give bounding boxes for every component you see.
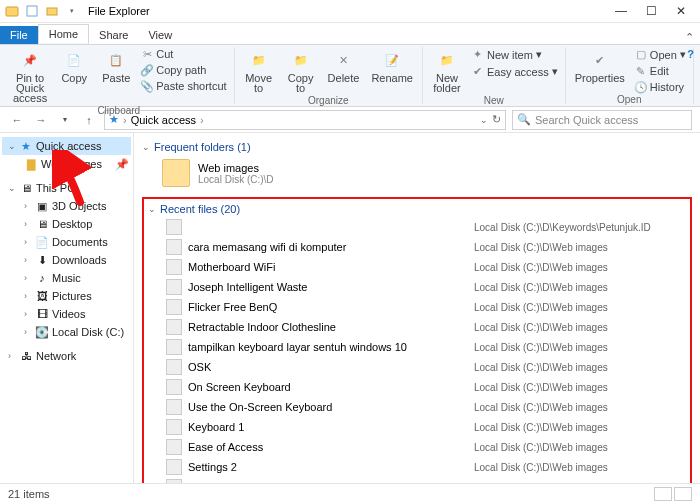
minimize-button[interactable]: — [606,1,636,21]
tab-view[interactable]: View [138,26,182,44]
file-path: Local Disk (C:)\D\Web images [474,482,608,484]
ribbon-group-organize: 📁Move to 📁Copy to ✕Delete 📝Rename Organi… [235,47,423,104]
music-icon: ♪ [35,271,49,285]
back-button[interactable]: ← [8,111,26,129]
file-icon [166,339,182,355]
file-icon [166,319,182,335]
sidebar-item-music[interactable]: ›♪Music [2,269,131,287]
recent-file-row[interactable]: Local Disk (C:)\D\Keywords\Petunjuk.ID [148,217,686,237]
help-icon[interactable]: ? [687,48,694,60]
recent-file-row[interactable]: On Screen KeyboardLocal Disk (C:)\D\Web … [148,377,686,397]
new-item-button[interactable]: ✦New item ▾ [470,47,560,62]
sidebar-item-pictures[interactable]: ›🖼Pictures [2,287,131,305]
edit-button[interactable]: ✎Edit [633,64,688,78]
recent-file-row[interactable]: Retractable Indoor ClotheslineLocal Disk… [148,317,686,337]
svg-rect-2 [47,8,57,15]
tab-home[interactable]: Home [38,24,89,44]
recent-file-row[interactable]: cara memasang wifi di komputerLocal Disk… [148,237,686,257]
qat-new-folder-icon[interactable] [44,3,60,19]
copy-button[interactable]: 📄Copy [55,47,93,85]
cut-button[interactable]: ✂Cut [139,47,228,61]
details-view-button[interactable] [654,487,672,501]
file-path: Local Disk (C:)\D\Web images [474,242,608,253]
file-name: cara memasang wifi di komputer [188,241,468,253]
recent-files-header[interactable]: ⌄Recent files (20) [148,201,686,217]
pictures-icon: 🖼 [35,289,49,303]
ribbon-group-open: ✔Properties ▢Open ▾ ✎Edit 🕓History Open [566,47,694,104]
properties-button[interactable]: ✔Properties [571,47,629,85]
search-input[interactable]: 🔍 Search Quick access [512,110,692,130]
recent-file-row[interactable]: tampilkan keyboard layar sentuh windows … [148,337,686,357]
delete-icon: ✕ [332,49,354,71]
file-path: Local Disk (C:)\D\Web images [474,422,608,433]
sidebar-item-this-pc[interactable]: ⌄🖥This PC [2,179,131,197]
collapse-ribbon-icon[interactable]: ⌃ [685,31,700,44]
recent-file-row[interactable]: OSKLocal Disk (C:)\D\Web images [148,357,686,377]
file-icon [166,379,182,395]
file-name: On Screen Keyboard [188,381,468,393]
file-name: Use the On-Screen Keyboard [188,401,468,413]
recent-file-row[interactable]: Use the On-Screen KeyboardLocal Disk (C:… [148,397,686,417]
file-name: Settings 2 [188,461,468,473]
search-icon: 🔍 [517,113,531,126]
file-name: Retractable Indoor Clothesline [188,321,468,333]
tab-file[interactable]: File [0,26,38,44]
thumbnail-view-button[interactable] [674,487,692,501]
open-button[interactable]: ▢Open ▾ [633,47,688,62]
sidebar-item-3d-objects[interactable]: ›▣3D Objects [2,197,131,215]
sidebar-item-documents[interactable]: ›📄Documents [2,233,131,251]
new-item-icon: ✦ [472,49,484,61]
frequent-folder-web-images[interactable]: Web images Local Disk (C:)\D [142,155,692,191]
file-name: Joseph Intelligent Waste [188,281,468,293]
sidebar-item-videos[interactable]: ›🎞Videos [2,305,131,323]
address-dropdown-icon[interactable]: ⌄ [480,115,488,125]
move-to-button[interactable]: 📁Move to [240,47,278,95]
up-button[interactable]: ↑ [80,111,98,129]
history-button[interactable]: 🕓History [633,80,688,94]
frequent-folders-header[interactable]: ⌄Frequent folders (1) [142,139,692,155]
file-path: Local Disk (C:)\D\Web images [474,442,608,453]
paste-button[interactable]: 📋Paste [97,47,135,85]
qat-dropdown-icon[interactable]: ▾ [64,3,80,19]
easy-access-button[interactable]: ✔Easy access ▾ [470,64,560,79]
pin-quick-access-button[interactable]: 📌Pin to Quick access [9,47,51,105]
new-folder-button[interactable]: 📁New folder [428,47,466,95]
file-path: Local Disk (C:)\D\Web images [474,282,608,293]
sidebar-item-local-disk[interactable]: ›💽Local Disk (C:) [2,323,131,341]
delete-button[interactable]: ✕Delete [324,47,364,85]
ribbon: ? 📌Pin to Quick access 📄Copy 📋Paste ✂Cut… [0,45,700,107]
recent-file-row[interactable]: Ease of AccessLocal Disk (C:)\D\Web imag… [148,437,686,457]
address-bar[interactable]: ★ › Quick access › ⌄ ↻ [104,110,506,130]
tab-share[interactable]: Share [89,26,138,44]
copy-path-button[interactable]: 🔗Copy path [139,63,228,77]
file-icon [166,459,182,475]
copy-to-button[interactable]: 📁Copy to [282,47,320,95]
sidebar-item-quick-access[interactable]: ⌄★Quick access [2,137,131,155]
recent-file-row[interactable]: Joseph Intelligent WasteLocal Disk (C:)\… [148,277,686,297]
recent-file-row[interactable]: Motherboard WiFiLocal Disk (C:)\D\Web im… [148,257,686,277]
sidebar-item-network[interactable]: ›🖧Network [2,347,131,365]
maximize-button[interactable]: ☐ [636,1,666,21]
cube-icon: ▣ [35,199,49,213]
forward-button[interactable]: → [32,111,50,129]
sidebar-item-desktop[interactable]: ›🖥Desktop [2,215,131,233]
paste-shortcut-button[interactable]: 📎Paste shortcut [139,79,228,93]
sidebar-item-downloads[interactable]: ›⬇Downloads [2,251,131,269]
refresh-button[interactable]: ↻ [492,113,501,126]
recent-file-row[interactable]: Keyboard 1Local Disk (C:)\D\Web images [148,417,686,437]
recent-file-row[interactable]: touch screen keyboardLocal Disk (C:)\D\W… [148,477,686,483]
videos-icon: 🎞 [35,307,49,321]
breadcrumb-root[interactable]: Quick access [131,114,196,126]
downloads-icon: ⬇ [35,253,49,267]
rename-icon: 📝 [381,49,403,71]
rename-button[interactable]: 📝Rename [367,47,417,85]
window-title: File Explorer [88,5,150,17]
sidebar-item-web-images[interactable]: ▇Web images📌 [2,155,131,173]
qat-properties-icon[interactable] [24,3,40,19]
recent-file-row[interactable]: Settings 2Local Disk (C:)\D\Web images [148,457,686,477]
recent-file-row[interactable]: Flicker Free BenQLocal Disk (C:)\D\Web i… [148,297,686,317]
file-icon [166,259,182,275]
close-button[interactable]: ✕ [666,1,696,21]
file-icon [166,419,182,435]
recent-locations-button[interactable]: ▾ [56,111,74,129]
